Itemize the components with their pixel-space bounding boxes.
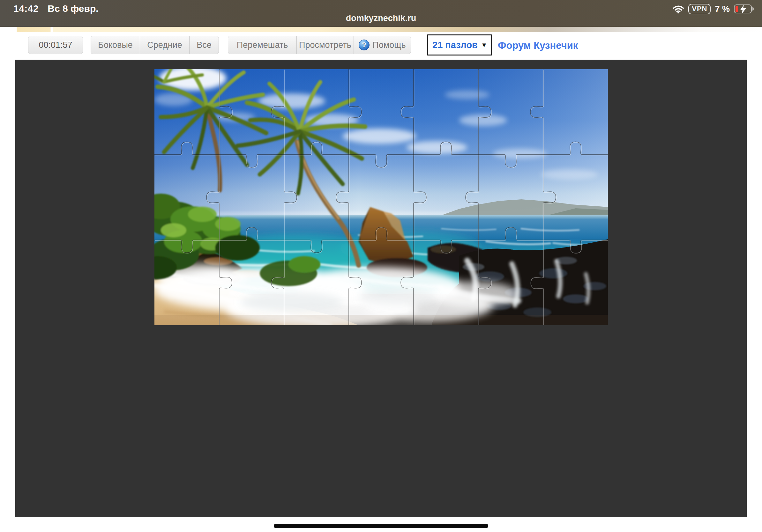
piece-filter-group: Боковые Средние Все — [91, 36, 219, 54]
chevron-down-icon: ▼ — [481, 41, 487, 49]
date: Вс 8 февр. — [47, 3, 98, 14]
preview-button[interactable]: Просмотреть — [296, 36, 354, 54]
home-indicator[interactable] — [274, 524, 488, 528]
wifi-icon — [673, 5, 684, 13]
filter-all-button[interactable]: Все — [189, 36, 219, 54]
pieces-count-value: 21 пазлов — [432, 40, 478, 50]
shuffle-button[interactable]: Перемешать — [228, 36, 297, 54]
filter-middles-button[interactable]: Средние — [140, 36, 190, 54]
puzzle-image[interactable] — [154, 69, 608, 325]
status-bar: 14:42 Вс 8 февр. domkyznechik.ru VPN 7 % — [0, 0, 762, 27]
game-toolbar: 00:01:57 Боковые Средние Все Перемешать … — [0, 32, 762, 60]
battery-percent: 7 % — [715, 4, 730, 14]
url-domain[interactable]: domkyznechik.ru — [0, 13, 762, 23]
timer-display: 00:01:57 — [28, 36, 83, 54]
help-globe-icon: ? — [359, 39, 369, 50]
beach-scene — [154, 69, 608, 325]
pieces-count-select[interactable]: 21 пазлов ▼ — [427, 34, 492, 55]
status-left: 14:42 Вс 8 февр. — [13, 3, 99, 14]
charging-bolt-icon — [739, 4, 747, 14]
status-right: VPN 7 % — [673, 3, 754, 15]
battery-level-fill — [735, 6, 738, 12]
vpn-badge: VPN — [688, 4, 711, 14]
action-button-group: Перемешать Просмотреть ? Помощь — [228, 36, 411, 54]
screen: 14:42 Вс 8 февр. domkyznechik.ru VPN 7 % — [0, 0, 762, 532]
clock: 14:42 — [13, 3, 38, 14]
battery-icon — [734, 4, 752, 13]
forum-link[interactable]: Форум Кузнечик — [498, 40, 578, 51]
bottom-bar — [0, 517, 762, 532]
filter-edges-button[interactable]: Боковые — [91, 36, 140, 54]
puzzle-canvas[interactable] — [15, 60, 747, 517]
page-header-strip — [0, 27, 762, 32]
help-button[interactable]: ? Помощь — [353, 36, 411, 54]
help-button-label: Помощь — [372, 40, 406, 50]
